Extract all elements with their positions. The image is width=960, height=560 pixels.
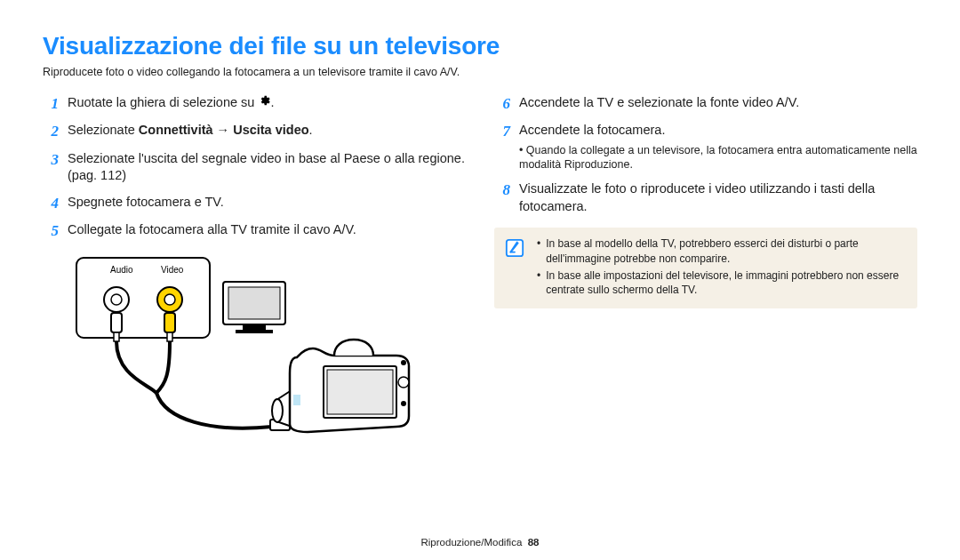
camera-illustration xyxy=(272,340,409,432)
video-label-text: Video xyxy=(161,265,184,275)
step-text: Ruotate la ghiera di selezione su . xyxy=(68,94,274,112)
note-item: In base alle impostazioni del televisore… xyxy=(537,268,905,297)
step-text: Collegate la fotocamera alla TV tramite … xyxy=(68,221,356,239)
right-column: 6 Accendete la TV e selezionate la fonte… xyxy=(494,94,917,476)
step-number: 1 xyxy=(43,94,59,113)
step-number: 5 xyxy=(43,221,59,240)
step-text-pre: Ruotate la ghiera di selezione su xyxy=(68,95,258,109)
svg-rect-21 xyxy=(293,395,300,405)
step-bold-2: Uscita video xyxy=(233,123,308,137)
note-box: In base al modello della TV, potrebbero … xyxy=(494,228,917,308)
step-5: 5 Collegate la fotocamera alla TV tramit… xyxy=(43,221,466,240)
step-7: 7 Accendete la fotocamera. Quando la col… xyxy=(494,122,917,172)
left-column: 1 Ruotate la ghiera di selezione su . 2 … xyxy=(43,94,466,476)
step-1: 1 Ruotate la ghiera di selezione su . xyxy=(43,94,466,113)
svg-point-15 xyxy=(272,399,283,422)
note-item: In base al modello della TV, potrebbero … xyxy=(537,236,905,265)
manual-page: Visualizzazione dei file su un televisor… xyxy=(0,0,960,560)
gear-icon xyxy=(258,94,270,112)
step-text: Selezionate Connettività → Uscita video. xyxy=(68,122,313,140)
svg-point-18 xyxy=(401,360,406,365)
audio-label: Audio xyxy=(110,265,133,275)
video-label: Video xyxy=(161,265,184,275)
page-title: Visualizzazione dei file su un televisor… xyxy=(43,32,917,60)
step-sub-text: Quando la collegate a un televisore, la … xyxy=(519,143,917,172)
step-6: 6 Accendete la TV e selezionate la fonte… xyxy=(494,94,917,113)
svg-rect-9 xyxy=(111,313,122,332)
footer-page-number: 88 xyxy=(528,537,540,548)
step-number: 2 xyxy=(43,122,59,140)
svg-rect-23 xyxy=(510,252,516,253)
step-number: 3 xyxy=(43,150,59,169)
svg-point-4 xyxy=(164,294,175,305)
info-icon xyxy=(505,238,524,258)
page-subtitle: Riproducete foto o video collegando la f… xyxy=(43,66,917,78)
step-main-text: Accendete la fotocamera. xyxy=(519,123,665,137)
svg-rect-12 xyxy=(167,332,172,341)
step-bold-1: Connettività xyxy=(139,123,213,137)
step-text: Accendete la fotocamera. Quando la colle… xyxy=(519,122,917,172)
step-4: 4 Spegnete fotocamera e TV. xyxy=(43,194,466,212)
step-suffix: . xyxy=(309,123,313,137)
svg-rect-10 xyxy=(114,332,119,341)
audio-label-text: Audio xyxy=(110,265,133,275)
note-text: In base al modello della TV, potrebbero … xyxy=(546,236,905,265)
svg-point-2 xyxy=(111,294,122,305)
step-text: Selezionate l'uscita del segnale video i… xyxy=(68,150,466,185)
svg-point-20 xyxy=(401,401,406,406)
step-text: Visualizzate le foto o riproducete i vid… xyxy=(519,180,917,215)
step-arrow: → xyxy=(213,123,234,137)
step-text-post: . xyxy=(270,95,274,109)
step-number: 6 xyxy=(494,94,510,113)
svg-rect-8 xyxy=(236,330,273,333)
footer-section: Riproduzione/Modifica xyxy=(421,537,523,548)
svg-rect-17 xyxy=(327,370,393,414)
connection-diagram: Audio Video xyxy=(68,251,466,476)
step-number: 8 xyxy=(494,180,510,199)
svg-rect-7 xyxy=(243,324,266,330)
svg-rect-0 xyxy=(76,258,210,338)
svg-rect-11 xyxy=(164,313,175,332)
step-text: Accendete la TV e selezionate la fonte v… xyxy=(519,94,799,112)
svg-point-19 xyxy=(398,377,409,388)
step-text: Spegnete fotocamera e TV. xyxy=(68,194,224,212)
page-footer: Riproduzione/Modifica 88 xyxy=(0,537,960,548)
step-8: 8 Visualizzate le foto o riproducete i v… xyxy=(494,180,917,215)
step-2: 2 Selezionate Connettività → Uscita vide… xyxy=(43,122,466,140)
step-3: 3 Selezionate l'uscita del segnale video… xyxy=(43,150,466,185)
step-number: 7 xyxy=(494,122,510,140)
note-text: In base alle impostazioni del televisore… xyxy=(546,268,905,297)
content-columns: 1 Ruotate la ghiera di selezione su . 2 … xyxy=(43,94,917,476)
svg-rect-6 xyxy=(228,287,280,319)
step-prefix: Selezionate xyxy=(68,123,139,137)
step-number: 4 xyxy=(43,194,59,212)
